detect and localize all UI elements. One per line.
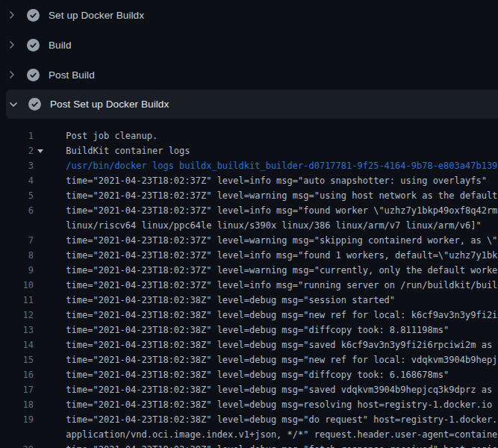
- chevron-right-icon[interactable]: [6, 9, 18, 21]
- log-line-number[interactable]: 12: [0, 308, 34, 323]
- log-line-number[interactable]: 10: [0, 278, 34, 293]
- log-line-text: time="2021-04-23T18:02:38Z" level=debug …: [66, 367, 449, 382]
- log-line-gutter: [34, 158, 66, 173]
- log-line-text: time="2021-04-23T18:02:37Z" level=warnin…: [66, 188, 498, 203]
- log-line-text: Post job cleanup.: [66, 128, 158, 143]
- log-line-text: time="2021-04-23T18:02:38Z" level=debug …: [66, 397, 492, 412]
- log-line-text: BuildKit container logs: [66, 143, 190, 158]
- log-line-text: time="2021-04-23T18:02:38Z" level=debug …: [66, 293, 395, 308]
- log-line-gutter: [34, 382, 66, 397]
- log-line-number: [0, 218, 34, 233]
- log-line-text: time="2021-04-23T18:02:37Z" level=info m…: [66, 173, 487, 188]
- log-line: 14 time="2021-04-23T18:02:38Z" level=deb…: [0, 337, 498, 352]
- log-line-gutter: [34, 337, 66, 352]
- log-line-number[interactable]: 7: [0, 233, 34, 248]
- log-line-number[interactable]: 5: [0, 188, 34, 203]
- log-line: 16 time="2021-04-23T18:02:38Z" level=deb…: [0, 367, 498, 382]
- log-line-text: time="2021-04-23T18:02:37Z" level=info m…: [66, 203, 498, 218]
- steps-list: Set up Docker Buildx Build P: [0, 0, 498, 119]
- log-line: 5 time="2021-04-23T18:02:37Z" level=warn…: [0, 188, 498, 203]
- log-line: 8 time="2021-04-23T18:02:37Z" level=info…: [0, 248, 498, 263]
- log-line-gutter: [34, 218, 66, 233]
- check-circle-icon: [27, 39, 40, 52]
- log-line-gutter: [34, 128, 66, 143]
- log-line-text: time="2021-04-23T18:02:37Z" level=warnin…: [66, 233, 498, 248]
- log-line-text: time="2021-04-23T18:02:38Z" level=debug …: [66, 442, 498, 448]
- log-line-text: linux/riscv64 linux/ppc64le linux/s390x …: [66, 218, 481, 233]
- step-row[interactable]: Post Build: [0, 60, 498, 90]
- log-line-number[interactable]: 13: [0, 323, 34, 337]
- log-line-text: time="2021-04-23T18:02:37Z" level=warnin…: [66, 263, 498, 278]
- step-row[interactable]: Build: [0, 30, 498, 60]
- log-line: 20 time="2021-04-23T18:02:38Z" level=deb…: [0, 442, 498, 448]
- log-line-gutter: [34, 143, 66, 158]
- log-line-number[interactable]: 9: [0, 263, 34, 278]
- log-line-number[interactable]: 1: [0, 128, 34, 143]
- log-line-gutter: [34, 308, 66, 323]
- chevron-right-icon[interactable]: [6, 69, 18, 81]
- log-line-text: time="2021-04-23T18:02:38Z" level=debug …: [66, 382, 498, 397]
- log-line: 7 time="2021-04-23T18:02:37Z" level=warn…: [0, 233, 498, 248]
- log-line-number[interactable]: 16: [0, 367, 34, 382]
- log-line-gutter: [34, 352, 66, 367]
- step-row[interactable]: Post Set up Docker Buildx: [6, 90, 498, 119]
- log-line-gutter: [34, 367, 66, 382]
- log-line: linux/riscv64 linux/ppc64le linux/s390x …: [0, 218, 498, 233]
- step-label: Post Set up Docker Buildx: [50, 99, 169, 110]
- log-line: 18 time="2021-04-23T18:02:38Z" level=deb…: [0, 397, 498, 412]
- log-line-number[interactable]: 20: [0, 442, 34, 448]
- log-line: 6 time="2021-04-23T18:02:37Z" level=info…: [0, 203, 498, 218]
- step-label: Build: [49, 40, 72, 51]
- log-line-gutter: [34, 173, 66, 188]
- log-line-text: application/vnd.oci.image.index.v1+json,…: [66, 427, 498, 442]
- log-line-text: time="2021-04-23T18:02:38Z" level=debug …: [66, 308, 498, 323]
- workflow-log-viewer: { "colors": { "background": "#0c0f15", "…: [0, 0, 498, 448]
- log-line-number[interactable]: 3: [0, 158, 34, 173]
- chevron-down-icon[interactable]: [7, 99, 19, 111]
- log-line-number: [0, 427, 34, 442]
- log-line-gutter: [34, 233, 66, 248]
- log-line: 11 time="2021-04-23T18:02:38Z" level=deb…: [0, 293, 498, 308]
- log-line-number[interactable]: 17: [0, 382, 34, 397]
- log-line-gutter: [34, 293, 66, 308]
- step-row[interactable]: Set up Docker Buildx: [0, 0, 498, 30]
- log-line-gutter: [34, 442, 66, 448]
- log-line: 2 BuildKit container logs: [0, 143, 498, 158]
- log-line-text: time="2021-04-23T18:02:37Z" level=info m…: [66, 278, 498, 293]
- log-line-gutter: [34, 278, 66, 293]
- log-line: application/vnd.oci.image.index.v1+json,…: [0, 427, 498, 442]
- log-line: 15 time="2021-04-23T18:02:38Z" level=deb…: [0, 352, 498, 367]
- log-line-number[interactable]: 14: [0, 337, 34, 352]
- log-line-text: time="2021-04-23T18:02:38Z" level=debug …: [66, 323, 449, 337]
- log-line: 9 time="2021-04-23T18:02:37Z" level=warn…: [0, 263, 498, 278]
- log-line-text: time="2021-04-23T18:02:37Z" level=info m…: [66, 248, 498, 263]
- log-line-number[interactable]: 4: [0, 173, 34, 188]
- log-line-number[interactable]: 11: [0, 293, 34, 308]
- log-line-text: time="2021-04-23T18:02:38Z" level=debug …: [66, 352, 498, 367]
- log-line-gutter: [34, 263, 66, 278]
- log-line: 12 time="2021-04-23T18:02:38Z" level=deb…: [0, 308, 498, 323]
- check-circle-icon: [28, 98, 41, 111]
- log-line-text: /usr/bin/docker logs buildx_buildkit_bui…: [66, 158, 498, 173]
- log-line-gutter: [34, 412, 66, 427]
- log-line: 4 time="2021-04-23T18:02:37Z" level=info…: [0, 173, 498, 188]
- log-line-gutter: [34, 323, 66, 337]
- chevron-right-icon[interactable]: [6, 39, 18, 51]
- log-line: 1 Post job cleanup.: [0, 128, 498, 143]
- log-line-gutter: [34, 188, 66, 203]
- log-line-number[interactable]: 6: [0, 203, 34, 218]
- step-label: Post Build: [49, 69, 95, 81]
- log-line-text: time="2021-04-23T18:02:38Z" level=debug …: [66, 412, 498, 427]
- log-line-text: time="2021-04-23T18:02:38Z" level=debug …: [66, 337, 498, 352]
- group-collapse-triangle-icon[interactable]: [37, 149, 43, 153]
- log-line-number[interactable]: 19: [0, 412, 34, 427]
- log-line-number[interactable]: 8: [0, 248, 34, 263]
- log-line-number[interactable]: 18: [0, 397, 34, 412]
- log-line-gutter: [34, 427, 66, 442]
- log-line-gutter: [34, 203, 66, 218]
- log-line: 17 time="2021-04-23T18:02:38Z" level=deb…: [0, 382, 498, 397]
- step-label: Set up Docker Buildx: [49, 10, 144, 21]
- check-circle-icon: [27, 9, 40, 22]
- log-line-number[interactable]: 2: [0, 143, 34, 158]
- log-line-number[interactable]: 15: [0, 352, 34, 367]
